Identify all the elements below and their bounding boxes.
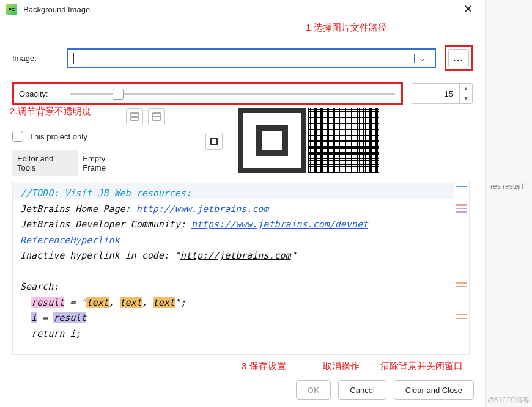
pattern-preview-icon — [308, 108, 379, 173]
svg-rect-1 — [131, 117, 138, 120]
chevron-down-icon[interactable]: ⌄ — [414, 54, 430, 63]
project-only-label: This project only — [29, 132, 87, 141]
background-hint: res restart — [490, 182, 523, 191]
titlebar: PC Background Image ✕ — [0, 0, 485, 18]
background-image-dialog: PC Background Image ✕ Image: ⌄ ... Opaci… — [0, 0, 486, 407]
link-devnet[interactable]: https://www.jetbrains.com/devnet — [191, 219, 368, 230]
tile-mode-a-button[interactable] — [126, 108, 143, 125]
code-preview: //TODO: Visit JB Web resources: JetBrain… — [12, 181, 470, 355]
opacity-slider[interactable] — [70, 87, 395, 100]
opacity-label: Opacity: — [19, 89, 62, 98]
placement-button[interactable] — [205, 133, 223, 150]
tile-mode-group — [126, 108, 165, 125]
opacity-row: Opacity: 15 ▲ ▼ — [12, 82, 473, 105]
tabs: Editor and Tools Empty Frame — [12, 150, 135, 176]
cancel-button[interactable]: Cancel — [338, 380, 386, 400]
dialog-footer: OK Cancel Clear and Close — [296, 380, 474, 400]
step-up-icon[interactable]: ▲ — [460, 84, 472, 94]
reference-hyperlink[interactable]: ReferenceHyperlink — [20, 235, 120, 246]
link-home[interactable]: http://www.jetbrains.com — [136, 204, 269, 215]
project-only-row[interactable]: This project only — [12, 131, 135, 142]
image-path-input[interactable]: ⌄ — [67, 48, 436, 68]
slider-thumb[interactable] — [113, 89, 124, 100]
pycharm-icon: PC — [6, 4, 17, 15]
opacity-stepper[interactable]: 15 ▲ ▼ — [412, 83, 473, 104]
square-preview-icon — [238, 108, 306, 173]
image-row: Image: ⌄ ... — [12, 45, 473, 71]
window-title: Background Image — [23, 5, 90, 14]
step-down-icon[interactable]: ▼ — [460, 94, 472, 103]
browse-button[interactable]: ... — [448, 49, 469, 67]
opacity-value: 15 — [445, 89, 459, 98]
preview-row — [205, 108, 379, 173]
project-only-checkbox[interactable] — [12, 131, 23, 142]
tab-editor-tools[interactable]: Editor and Tools — [12, 150, 78, 176]
image-label: Image: — [12, 54, 67, 63]
svg-rect-0 — [131, 113, 138, 116]
tile-mode-b-button[interactable] — [148, 108, 165, 125]
clear-close-button[interactable]: Clear and Close — [394, 380, 474, 400]
ok-button[interactable]: OK — [296, 380, 331, 400]
tab-empty-frame[interactable]: Empty Frame — [78, 150, 135, 176]
opacity-highlight: Opacity: — [12, 82, 403, 105]
browse-highlight: ... — [445, 45, 473, 71]
close-icon[interactable]: ✕ — [459, 1, 478, 17]
watermark: @51CTO博客 — [488, 395, 530, 405]
